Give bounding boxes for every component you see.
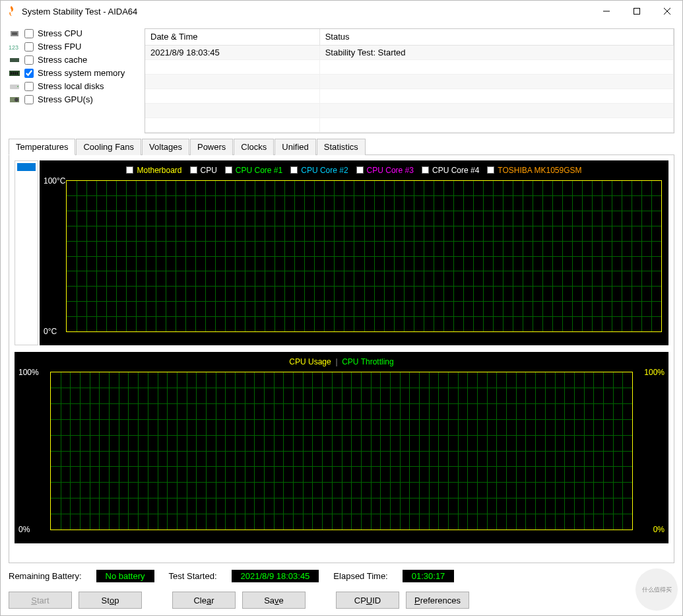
stress-options: Stress CPU 123 Stress FPU Stress cache S… bbox=[9, 28, 141, 133]
svg-rect-5 bbox=[12, 32, 17, 35]
cpu-icon bbox=[9, 29, 20, 38]
stress-memory-label: Stress system memory bbox=[38, 68, 125, 78]
status-bar: Remaining Battery: No battery Test Start… bbox=[9, 567, 674, 585]
titlebar: System Stability Test - AIDA64 bbox=[1, 1, 682, 22]
y-axis-max: 100°C bbox=[44, 176, 66, 186]
sensor-list[interactable] bbox=[15, 160, 38, 345]
disk-icon bbox=[9, 82, 20, 91]
memory-icon bbox=[9, 69, 20, 78]
checkbox-icon bbox=[487, 166, 494, 174]
legend-cpu-core-4[interactable]: CPU Core #4 bbox=[422, 166, 479, 175]
stress-cpu-label: Stress CPU bbox=[38, 28, 82, 38]
stop-button[interactable]: Stop bbox=[79, 592, 142, 609]
y-axis-min: 0°C bbox=[44, 327, 57, 336]
clear-button[interactable]: Clear bbox=[172, 592, 236, 609]
log-row-empty bbox=[145, 74, 674, 88]
window-buttons bbox=[591, 1, 682, 22]
close-button[interactable] bbox=[652, 1, 682, 22]
minimize-button[interactable] bbox=[591, 1, 622, 22]
tab-unified[interactable]: Unified bbox=[275, 139, 315, 155]
stress-gpu-label: Stress GPU(s) bbox=[38, 94, 93, 104]
legend-toshiba[interactable]: TOSHIBA MK1059GSM bbox=[487, 166, 581, 175]
legend-cpu-core-1[interactable]: CPU Core #1 bbox=[225, 166, 282, 175]
stress-disks-checkbox[interactable] bbox=[24, 82, 34, 91]
tab-voltages[interactable]: Voltages bbox=[142, 139, 189, 155]
chart-grid bbox=[50, 372, 633, 530]
chart-grid bbox=[66, 180, 662, 332]
started-label: Test Started: bbox=[169, 571, 217, 581]
checkbox-icon bbox=[356, 166, 364, 174]
svg-rect-11 bbox=[15, 72, 16, 75]
log-cell-status: Stability Test: Started bbox=[319, 45, 673, 59]
y-axis-min-left: 0% bbox=[18, 525, 30, 534]
stress-cache-checkbox[interactable] bbox=[24, 55, 34, 65]
window-title: System Stability Test - AIDA64 bbox=[22, 7, 591, 17]
legend-cpu-usage: CPU Usage bbox=[289, 357, 331, 366]
stress-disks-label: Stress local disks bbox=[38, 81, 104, 91]
temperature-legend: Motherboard CPU CPU Core #1 CPU Core #2 … bbox=[40, 166, 668, 175]
log-row[interactable]: 2021/8/9 18:03:45 Stability Test: Starte… bbox=[145, 45, 674, 59]
stress-cache-row: Stress cache bbox=[9, 55, 141, 65]
button-bar: Start Stop Clear Save CPUID Preferences bbox=[9, 592, 674, 609]
svg-rect-9 bbox=[11, 72, 12, 75]
temperature-chart-row: Motherboard CPU CPU Core #1 CPU Core #2 … bbox=[15, 160, 668, 345]
cpu-chart-legend: CPU Usage | CPU Throttling bbox=[15, 357, 668, 366]
stress-fpu-checkbox[interactable] bbox=[24, 42, 34, 51]
legend-cpu-throttling: CPU Throttling bbox=[342, 357, 393, 366]
log-row-empty bbox=[145, 103, 674, 118]
elapsed-label: Elapsed Time: bbox=[333, 571, 387, 581]
stress-memory-checkbox[interactable] bbox=[24, 69, 34, 78]
log-header-status[interactable]: Status bbox=[319, 29, 673, 45]
stress-memory-row: Stress system memory bbox=[9, 68, 141, 78]
stress-cpu-checkbox[interactable] bbox=[24, 29, 34, 38]
checkbox-icon bbox=[225, 166, 232, 174]
started-value: 2021/8/9 18:03:45 bbox=[232, 570, 319, 582]
y-axis-min-right: 0% bbox=[653, 525, 665, 534]
tab-statistics[interactable]: Statistics bbox=[317, 139, 366, 155]
stress-fpu-label: Stress FPU bbox=[38, 42, 81, 51]
svg-rect-12 bbox=[16, 72, 18, 75]
save-button[interactable]: Save bbox=[242, 592, 306, 609]
checkbox-icon bbox=[126, 166, 133, 174]
stress-gpu-row: Stress GPU(s) bbox=[9, 94, 141, 104]
cpuid-button[interactable]: CPUID bbox=[336, 592, 399, 609]
svg-rect-7 bbox=[10, 58, 19, 62]
legend-motherboard[interactable]: Motherboard bbox=[126, 166, 181, 175]
log-cell-datetime: 2021/8/9 18:03:45 bbox=[145, 45, 319, 59]
cpu-usage-chart: CPU Usage | CPU Throttling 100% 0% 100% … bbox=[15, 352, 668, 543]
tab-cooling-fans[interactable]: Cooling Fans bbox=[76, 139, 141, 155]
app-icon bbox=[6, 6, 16, 17]
stress-gpu-checkbox[interactable] bbox=[24, 95, 34, 104]
fpu-icon: 123 bbox=[9, 42, 20, 51]
tab-powers[interactable]: Powers bbox=[190, 139, 233, 155]
svg-text:123: 123 bbox=[9, 44, 18, 51]
start-button[interactable]: Start bbox=[9, 592, 72, 609]
preferences-button[interactable]: Preferences bbox=[406, 592, 469, 609]
elapsed-value: 01:30:17 bbox=[403, 570, 455, 582]
gpu-icon bbox=[9, 95, 20, 104]
checkbox-icon bbox=[422, 166, 429, 174]
legend-cpu-core-3[interactable]: CPU Core #3 bbox=[356, 166, 414, 175]
top-row: Stress CPU 123 Stress FPU Stress cache S… bbox=[9, 28, 674, 133]
stress-fpu-row: 123 Stress FPU bbox=[9, 42, 141, 51]
log-row-empty bbox=[145, 88, 674, 103]
tab-clocks[interactable]: Clocks bbox=[234, 139, 274, 155]
svg-point-16 bbox=[15, 98, 18, 102]
y-axis-max-left: 100% bbox=[18, 368, 39, 377]
legend-cpu[interactable]: CPU bbox=[190, 166, 217, 175]
log-header-datetime[interactable]: Date & Time bbox=[145, 29, 319, 45]
window-body: Stress CPU 123 Stress FPU Stress cache S… bbox=[1, 22, 682, 615]
checkbox-icon bbox=[190, 166, 197, 174]
maximize-button[interactable] bbox=[622, 1, 652, 22]
stress-cpu-row: Stress CPU bbox=[9, 28, 141, 38]
event-log: Date & Time Status 2021/8/9 18:03:45 Sta… bbox=[145, 28, 674, 133]
charts-container: Motherboard CPU CPU Core #1 CPU Core #2 … bbox=[9, 154, 674, 564]
legend-cpu-core-2[interactable]: CPU Core #2 bbox=[290, 166, 348, 175]
app-window: System Stability Test - AIDA64 Stress CP… bbox=[0, 0, 683, 616]
temperature-chart: Motherboard CPU CPU Core #1 CPU Core #2 … bbox=[40, 160, 668, 345]
tab-temperatures[interactable]: Temperatures bbox=[9, 139, 75, 155]
log-row-empty bbox=[145, 59, 674, 74]
sensor-selected bbox=[17, 163, 36, 171]
svg-rect-1 bbox=[634, 9, 640, 15]
checkbox-icon bbox=[290, 166, 298, 174]
